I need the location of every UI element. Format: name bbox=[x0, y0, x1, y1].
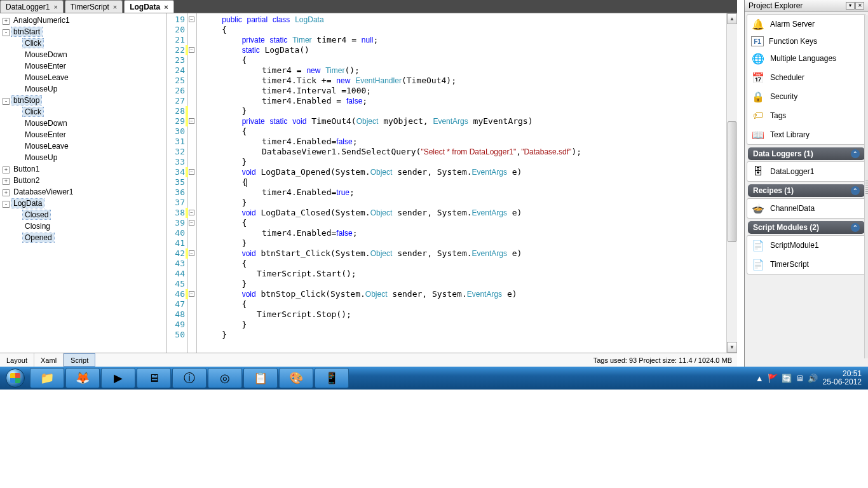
tree-item[interactable]: Click bbox=[14, 37, 163, 49]
taskbar-button[interactable]: ◎ bbox=[208, 368, 242, 388]
close-icon[interactable]: × bbox=[113, 3, 117, 11]
view-tab[interactable]: Xaml bbox=[34, 353, 64, 367]
tree-item[interactable]: +Button2 bbox=[3, 175, 163, 186]
tree-label[interactable]: MouseLeave bbox=[23, 142, 71, 151]
tree-label[interactable]: LogData bbox=[11, 199, 44, 208]
fold-icon[interactable]: − bbox=[189, 210, 194, 215]
fold-icon[interactable]: − bbox=[189, 47, 194, 53]
tree-label[interactable]: MouseUp bbox=[23, 85, 59, 93]
taskbar-button[interactable]: 📱 bbox=[315, 368, 349, 388]
tree-item[interactable]: +DatabaseViewer1 bbox=[3, 186, 163, 198]
tree-item[interactable]: MouseLeave bbox=[14, 72, 163, 83]
system-tray[interactable]: ▲🚩🔄🖥🔊 20:51 25-06-2012 bbox=[756, 370, 868, 386]
tree-item[interactable]: +Button1 bbox=[3, 163, 163, 175]
tree-item[interactable]: MouseDown bbox=[14, 118, 163, 129]
tree-label[interactable]: Button1 bbox=[11, 165, 41, 173]
tree-item[interactable]: -btnStop bbox=[3, 95, 163, 106]
fold-icon[interactable]: − bbox=[189, 220, 194, 226]
fold-icon[interactable]: − bbox=[189, 291, 194, 297]
expand-icon[interactable]: + bbox=[3, 189, 10, 196]
tree-item[interactable]: MouseUp bbox=[14, 152, 163, 163]
tree-label[interactable]: Click bbox=[23, 39, 43, 48]
start-button[interactable] bbox=[1, 367, 29, 389]
code-editor[interactable]: 19 20 21 22 23 24 25 26 27 28 29 30 31 3… bbox=[166, 13, 737, 353]
tree-item[interactable]: -LogData bbox=[3, 198, 163, 209]
vertical-scrollbar[interactable]: ▲ ▼ bbox=[726, 13, 737, 353]
document-tab[interactable]: TimerScript× bbox=[65, 0, 123, 13]
expand-icon[interactable]: - bbox=[3, 98, 10, 105]
document-tab[interactable]: DataLogger1× bbox=[0, 0, 64, 13]
tree-label[interactable]: btnStop bbox=[11, 96, 41, 105]
tree-item[interactable]: MouseDown bbox=[14, 49, 163, 60]
explorer-item[interactable]: 🔔Alarm Server bbox=[747, 15, 865, 34]
tree-item[interactable]: Opened bbox=[14, 232, 163, 243]
explorer-item[interactable]: 📖Text Library bbox=[747, 125, 865, 144]
scroll-down-button[interactable]: ▼ bbox=[727, 342, 737, 353]
fold-icon[interactable]: − bbox=[189, 169, 194, 175]
view-tab[interactable]: Script bbox=[64, 353, 95, 367]
tree-label[interactable]: Click bbox=[23, 107, 43, 116]
tree-label[interactable]: MouseEnter bbox=[23, 130, 68, 139]
tree-item[interactable]: +AnalogNumeric1 bbox=[3, 15, 163, 26]
group-header[interactable]: Data Loggers (1)⌃ bbox=[748, 147, 865, 160]
document-tab[interactable]: LogData× bbox=[124, 0, 173, 13]
tray-icon[interactable]: ▲ bbox=[756, 374, 764, 383]
explorer-item[interactable]: 🔒Security bbox=[747, 87, 865, 106]
panel-menu-button[interactable]: ▾ bbox=[846, 2, 855, 10]
chevron-up-icon[interactable]: ⌃ bbox=[851, 186, 860, 195]
explorer-item[interactable]: 📅Scheduler bbox=[747, 68, 865, 87]
tree-label[interactable]: Closed bbox=[23, 210, 50, 219]
expand-icon[interactable]: + bbox=[3, 166, 10, 173]
tree-label[interactable]: MouseEnter bbox=[23, 62, 68, 71]
tree-label[interactable]: btnStart bbox=[11, 27, 42, 36]
view-tab[interactable]: Layout bbox=[0, 353, 34, 367]
explorer-item[interactable]: 🗄DataLogger1 bbox=[747, 162, 865, 181]
tray-icon[interactable]: 🚩 bbox=[768, 374, 778, 383]
taskbar-button[interactable]: ▶ bbox=[101, 368, 135, 388]
explorer-item[interactable]: 🌐Multiple Languages bbox=[747, 49, 865, 68]
group-header[interactable]: Script Modules (2)⌃ bbox=[748, 221, 865, 234]
explorer-item[interactable]: 📄TimerScript bbox=[747, 255, 865, 274]
panel-body[interactable]: 🔔Alarm ServerF1Function Keys🌐Multiple La… bbox=[745, 12, 868, 367]
tree-item[interactable]: MouseLeave bbox=[14, 140, 163, 152]
code-area[interactable]: public partial class LogData { private s… bbox=[197, 13, 726, 353]
close-icon[interactable]: × bbox=[164, 3, 168, 11]
tree-item[interactable]: Closed bbox=[14, 209, 163, 220]
taskbar-button[interactable]: ⓘ bbox=[172, 368, 207, 388]
fold-icon[interactable]: − bbox=[189, 118, 194, 124]
tree-label[interactable]: MouseDown bbox=[23, 50, 69, 59]
tree-label[interactable]: DatabaseViewer1 bbox=[11, 187, 76, 196]
tray-icon[interactable]: 🔊 bbox=[808, 374, 818, 383]
group-header[interactable]: Recipes (1)⌃ bbox=[748, 184, 865, 197]
fold-icon[interactable]: − bbox=[189, 17, 194, 22]
tree-label[interactable]: Button2 bbox=[11, 176, 41, 185]
explorer-item[interactable]: 📄ScriptModule1 bbox=[747, 236, 865, 255]
tree-item[interactable]: Click bbox=[14, 106, 163, 118]
taskbar-button[interactable]: 🖥 bbox=[137, 368, 171, 388]
tray-icon[interactable]: 🖥 bbox=[796, 374, 804, 383]
panel-close-button[interactable]: ✕ bbox=[855, 2, 864, 10]
outline-tree[interactable]: +AnalogNumeric1-btnStartClickMouseDownMo… bbox=[0, 13, 166, 353]
taskbar-button[interactable]: 🦊 bbox=[65, 368, 100, 388]
tree-item[interactable]: MouseUp bbox=[14, 83, 163, 95]
expand-icon[interactable]: + bbox=[3, 178, 10, 185]
tree-label[interactable]: Closing bbox=[23, 222, 52, 231]
taskbar-button[interactable]: 📋 bbox=[243, 368, 278, 388]
scroll-up-button[interactable]: ▲ bbox=[727, 13, 737, 24]
close-icon[interactable]: × bbox=[53, 3, 57, 11]
expand-icon[interactable]: + bbox=[3, 18, 10, 25]
expand-icon[interactable]: - bbox=[3, 201, 10, 208]
tray-icon[interactable]: 🔄 bbox=[782, 374, 792, 383]
explorer-item[interactable]: 🍲ChannelData bbox=[747, 199, 865, 218]
tree-item[interactable]: MouseEnter bbox=[14, 129, 163, 140]
expand-icon[interactable]: - bbox=[3, 29, 10, 36]
chevron-up-icon[interactable]: ⌃ bbox=[851, 149, 860, 158]
tree-label[interactable]: Opened bbox=[23, 233, 54, 242]
chevron-up-icon[interactable]: ⌃ bbox=[851, 223, 860, 232]
tree-label[interactable]: MouseDown bbox=[23, 119, 69, 128]
explorer-item[interactable]: 🏷Tags bbox=[747, 106, 865, 125]
tree-item[interactable]: -btnStart bbox=[3, 26, 163, 37]
explorer-item[interactable]: F1Function Keys bbox=[747, 34, 865, 49]
tree-label[interactable]: MouseLeave bbox=[23, 73, 71, 82]
tree-label[interactable]: MouseUp bbox=[23, 153, 59, 162]
